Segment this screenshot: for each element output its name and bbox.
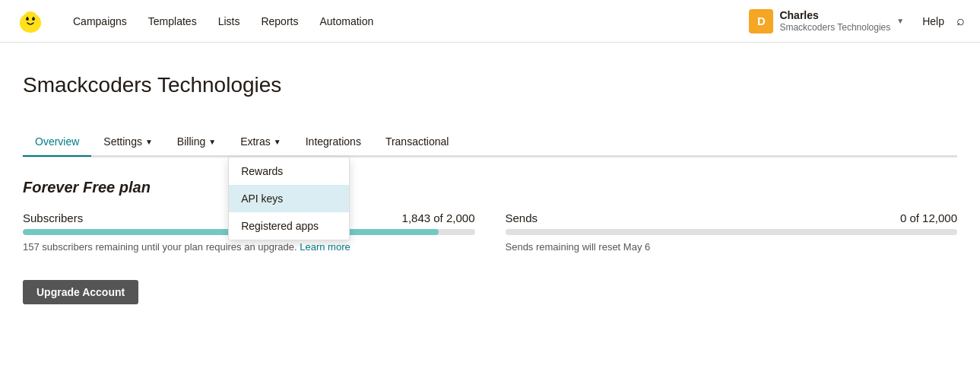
nav-right: D Charles Smackcoders Technologies ▼ Hel… [743, 5, 965, 37]
tab-overview[interactable]: Overview [23, 128, 91, 157]
tab-integrations[interactable]: Integrations [293, 128, 373, 157]
subscribers-current: 1,843 of 2,000 [402, 211, 475, 224]
tab-transactional[interactable]: Transactional [373, 128, 461, 157]
tab-billing[interactable]: Billing ▼ [165, 128, 228, 157]
sends-header: Sends 0 of 12,000 [506, 211, 958, 224]
extras-registered-apps[interactable]: Registered apps [229, 212, 349, 240]
nav-reports[interactable]: Reports [252, 9, 307, 33]
logo[interactable] [15, 6, 46, 37]
nav-automation[interactable]: Automation [310, 9, 382, 33]
account-button[interactable]: D Charles Smackcoders Technologies ▼ [743, 5, 910, 37]
top-nav: Campaigns Templates Lists Reports Automa… [0, 0, 980, 43]
plan-section: Forever Free plan Subscribers 1,843 of 2… [23, 157, 957, 304]
help-link[interactable]: Help [922, 15, 944, 27]
plan-title: Forever Free plan [23, 179, 957, 196]
upgrade-account-button[interactable]: Upgrade Account [23, 280, 138, 304]
billing-chevron-icon: ▼ [208, 138, 216, 146]
learn-more-link[interactable]: Learn more [300, 241, 350, 253]
sends-block: Sends 0 of 12,000 Sends remaining will r… [506, 211, 958, 253]
account-name: Charles [779, 8, 890, 22]
svg-point-6 [27, 17, 28, 18]
svg-point-7 [33, 17, 34, 18]
nav-lists[interactable]: Lists [209, 9, 249, 33]
account-org: Smackcoders Technologies [779, 22, 890, 34]
mailchimp-logo [15, 6, 46, 37]
page-title: Smackcoders Technologies [23, 73, 957, 97]
tab-settings[interactable]: Settings ▼ [91, 128, 165, 157]
extras-chevron-icon: ▼ [274, 138, 281, 146]
sends-value: 0 of 12,000 [900, 211, 957, 224]
svg-point-5 [36, 20, 41, 26]
nav-campaigns[interactable]: Campaigns [64, 9, 136, 33]
tabs-bar: Overview Settings ▼ Billing ▼ Extras ▼ R… [23, 128, 957, 157]
subscribers-label: Subscribers [23, 211, 83, 224]
subscribers-value: 1,843 of 2,000 [402, 211, 475, 224]
extras-api-keys[interactable]: API keys [229, 185, 349, 212]
account-info: Charles Smackcoders Technologies [779, 8, 890, 34]
tab-extras[interactable]: Extras ▼ Rewards API keys Registered app… [228, 128, 293, 157]
svg-point-1 [23, 11, 38, 28]
extras-dropdown: Rewards API keys Registered apps [228, 157, 350, 240]
settings-chevron-icon: ▼ [145, 138, 153, 146]
page-content: Smackcoders Technologies Overview Settin… [0, 43, 980, 327]
subscribers-note: 157 subscribers remaining until your pla… [23, 241, 475, 253]
nav-links: Campaigns Templates Lists Reports Automa… [64, 9, 743, 33]
sends-progress-bg [506, 229, 958, 235]
sends-note: Sends remaining will reset May 6 [506, 241, 958, 253]
account-avatar: D [749, 9, 773, 33]
account-chevron-icon: ▼ [896, 17, 904, 25]
stats-row: Subscribers 1,843 of 2,000 157 subscribe… [23, 211, 957, 253]
svg-point-4 [20, 20, 24, 26]
sends-label: Sends [506, 211, 538, 224]
extras-rewards[interactable]: Rewards [229, 157, 349, 185]
search-icon[interactable]: ⌕ [956, 13, 965, 29]
nav-templates[interactable]: Templates [139, 9, 206, 33]
